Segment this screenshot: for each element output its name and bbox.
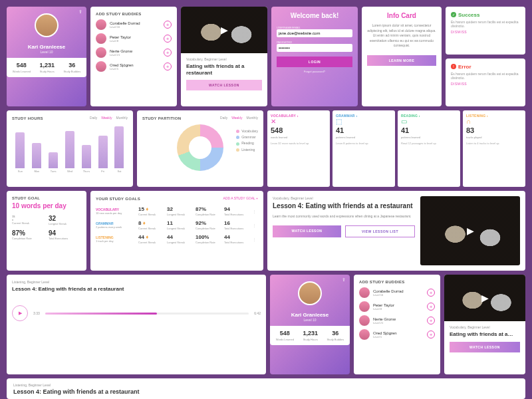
buddies-card: ADD STUDY BUDDIES Corabelle DurradLevel … <box>90 7 177 106</box>
bar <box>114 126 124 168</box>
buddies-title: ADD STUDY BUDDIES <box>96 12 172 16</box>
play-button[interactable]: ▶ <box>12 305 28 321</box>
view-list-button[interactable]: VIEW LESSON LIST <box>345 225 415 237</box>
profile-stats: 548Words Learned 1,231Study Hours 36Stud… <box>7 58 86 77</box>
buddy-row: Corabelle DurradLevel 16 + <box>96 19 172 30</box>
avatar <box>359 301 370 312</box>
avatar <box>35 13 59 37</box>
play-icon[interactable]: ▶ <box>467 225 474 236</box>
avatar <box>96 33 106 44</box>
audio-player-card: Listening, Beginner Level Lesson 4: Eati… <box>7 275 266 374</box>
metric-listening[interactable]: LISTENING ›∩83tracks playedListen to 4 t… <box>463 110 525 187</box>
bar-chart: SunMonTuesWedThursFriSat <box>12 123 128 173</box>
goal-row: GRAMMAR2 patterns every week 8 ♦Current … <box>96 220 258 230</box>
add-buddy-button[interactable]: + <box>164 35 172 43</box>
lesson-image: ▶ <box>444 275 525 321</box>
lesson-image: ▶ <box>420 196 520 265</box>
profile-level: Level 10 <box>11 50 82 54</box>
add-buddy-button[interactable]: + <box>427 289 435 297</box>
buddies-card: ADD STUDY BUDDIES Corabelle DurradLevel … <box>354 275 440 374</box>
dismiss-button[interactable]: DISMISS <box>451 82 520 86</box>
bar <box>98 136 108 168</box>
info-card: Info Card Lorem ipsum dolor sit amet, co… <box>362 7 442 106</box>
buddy-row: Nerte GronwLevel 21 + <box>359 315 435 326</box>
bar <box>82 145 91 168</box>
share-icon[interactable]: ⇪ <box>340 277 347 284</box>
watch-lesson-button[interactable]: WATCH LESSON <box>273 225 341 237</box>
profile-name: Kari Granleese <box>11 44 82 50</box>
avatar <box>96 19 106 30</box>
donut-chart <box>177 124 223 171</box>
profile-card: ⇪ Kari Granleese Level 10 548Words Learn… <box>270 275 350 374</box>
dismiss-button[interactable]: DISMISS <box>451 30 520 34</box>
legend: Vocabulary Grammar Reading Listening <box>236 129 258 154</box>
avatar <box>96 61 106 72</box>
tabs: Daily Weekly Monthly <box>90 116 128 120</box>
goal-row: LISTENING1 track per day 44 ♦Current Str… <box>96 234 258 244</box>
metrics: VOCABULARY ›✕548words learnedLearn 32 mo… <box>267 110 525 187</box>
more-icon[interactable]: ⋮ <box>253 237 258 241</box>
share-icon[interactable]: ⇪ <box>77 9 84 16</box>
goals-card: YOUR STUDY GOALS ADD A STUDY GOAL + VOCA… <box>90 191 263 271</box>
buddy-row: Peter TaylorLevel 8 + <box>359 301 435 312</box>
bar <box>49 152 58 169</box>
tab-daily[interactable]: Daily <box>90 116 97 120</box>
metric-vocab[interactable]: VOCABULARY ›✕548words learnedLearn 32 mo… <box>267 110 330 187</box>
watch-lesson-button[interactable]: WATCH LESSON <box>186 80 262 90</box>
avatar <box>359 329 370 340</box>
login-button[interactable]: LOGIN <box>277 57 352 67</box>
metric-reading[interactable]: READING ›▭41patterns learnedRead 12 pass… <box>398 110 460 187</box>
forgot-password-link[interactable]: Forgot password? <box>277 70 352 73</box>
buddy-row: Ored SjögrenLevel 5 + <box>96 61 172 72</box>
warning-icon: ! <box>451 64 456 69</box>
learn-more-button[interactable]: LEARN MORE <box>367 55 436 66</box>
bar <box>32 143 41 169</box>
avatar <box>96 47 106 58</box>
metric-grammar[interactable]: GRAMMAR ›⬚41patterns learnedLearn 8 patt… <box>332 110 395 187</box>
buddy-row: Peter TaylorLevel 8 + <box>96 33 172 44</box>
check-icon: ✓ <box>451 12 456 17</box>
lesson-card-wide: Vocabulary, Beginner Level Lesson 4: Eat… <box>267 191 525 271</box>
password-field[interactable] <box>277 44 352 52</box>
lesson-card: ▶ Vocabulary, Beginner Level Eating with… <box>181 7 267 106</box>
more-icon[interactable]: ⋮ <box>253 209 258 213</box>
play-icon[interactable]: ▶ <box>221 25 228 35</box>
lesson-image: ▶ <box>181 7 267 53</box>
avatar <box>359 287 370 298</box>
add-buddy-button[interactable]: + <box>164 21 172 29</box>
tab-monthly[interactable]: Monthly <box>116 116 128 120</box>
avatar <box>359 315 370 326</box>
lesson-bar: Listening, Beginner Level Lesson 4: Eati… <box>7 378 525 399</box>
email-field[interactable] <box>277 29 352 37</box>
buddy-row: Ored SjögrenLevel 5 + <box>359 329 435 340</box>
profile-card: ⇪ Kari Granleese Level 10 548Words Learn… <box>7 7 86 106</box>
tab-weekly[interactable]: Weekly <box>101 116 112 120</box>
login-card: Welcome back! USERNAME/EMAIL PASSWORD LO… <box>271 7 358 106</box>
add-buddy-button[interactable]: + <box>427 317 435 325</box>
buddy-row: Nerte GronwLevel 21 + <box>96 47 172 58</box>
lesson-card: ▶ Vocabulary, Beginner Level Eating with… <box>444 275 525 374</box>
partition-card: STUDY PARTITION Daily Weekly Monthly Voc… <box>137 110 263 187</box>
success-notif: ✓Success Es harum quidem rerum facilis e… <box>446 7 525 55</box>
progress-bar[interactable] <box>45 313 249 315</box>
more-icon[interactable]: ⋮ <box>253 223 258 227</box>
add-buddy-button[interactable]: + <box>427 303 435 311</box>
play-icon[interactable]: ▶ <box>481 293 489 303</box>
error-notif: !Error Es harum quidem rerum facilis est… <box>446 59 525 106</box>
buddy-row: Corabelle DurradLevel 16 + <box>359 287 435 298</box>
avatar <box>298 281 322 305</box>
add-buddy-button[interactable]: + <box>427 331 435 338</box>
bar <box>65 131 74 168</box>
add-buddy-button[interactable]: + <box>164 49 172 57</box>
study-hours-card: STUDY HOURS Daily Weekly Monthly SunMonT… <box>7 110 133 187</box>
bar <box>15 132 25 168</box>
add-buddy-button[interactable]: + <box>164 63 172 70</box>
watch-lesson-button[interactable]: WATCH LESSON <box>450 342 520 352</box>
add-goal-button[interactable]: ADD A STUDY GOAL + <box>223 196 258 200</box>
study-goal-card: STUDY GOAL 10 words per day 15 ♦Current … <box>7 191 86 271</box>
goal-row: VOCABULARY10 new words per day 15 ♦Curre… <box>96 206 258 216</box>
